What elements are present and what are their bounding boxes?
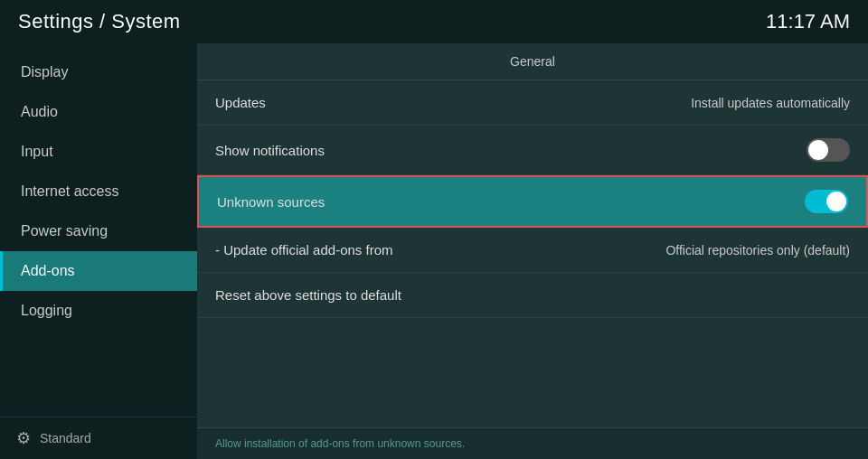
setting-row-unknown-sources[interactable]: Unknown sources (197, 175, 868, 228)
main-footer-hint: Allow installation of add-ons from unkno… (197, 427, 868, 459)
header: Settings / System 11:17 AM (0, 0, 868, 43)
setting-row-updates[interactable]: UpdatesInstall updates automatically (197, 80, 868, 126)
sidebar-item-input[interactable]: Input (0, 132, 197, 172)
settings-list: UpdatesInstall updates automaticallyShow… (197, 80, 868, 427)
layout: DisplayAudioInputInternet accessPower sa… (0, 43, 868, 459)
setting-row-update-official-addons[interactable]: - Update official add-ons fromOfficial r… (197, 228, 868, 273)
sidebar-item-add-ons[interactable]: Add-ons (0, 251, 197, 291)
setting-value-update-official-addons: Official repositories only (default) (665, 243, 850, 258)
setting-value-updates: Install updates automatically (691, 96, 850, 110)
sidebar-item-audio[interactable]: Audio (0, 92, 197, 132)
setting-row-show-notifications[interactable]: Show notifications (197, 126, 868, 175)
gear-icon: ⚙ (16, 428, 31, 448)
sidebar-item-display[interactable]: Display (0, 52, 197, 92)
setting-label-unknown-sources: Unknown sources (217, 194, 325, 210)
sidebar-item-logging[interactable]: Logging (0, 291, 197, 331)
toggle-show-notifications[interactable] (807, 138, 850, 162)
page-title: Settings / System (18, 10, 181, 33)
sidebar-item-internet-access[interactable]: Internet access (0, 172, 197, 211)
sidebar: DisplayAudioInputInternet accessPower sa… (0, 43, 197, 459)
section-header: General (197, 43, 868, 80)
sidebar-item-power-saving[interactable]: Power saving (0, 211, 197, 251)
clock: 11:17 AM (766, 10, 850, 33)
toggle-unknown-sources[interactable] (805, 190, 848, 213)
toggle-knob-show-notifications (808, 140, 828, 160)
toggle-knob-unknown-sources (826, 192, 846, 211)
setting-label-show-notifications: Show notifications (215, 143, 325, 158)
setting-label-reset-settings: Reset above settings to default (215, 287, 401, 303)
main-content: General UpdatesInstall updates automatic… (197, 43, 868, 459)
setting-row-reset-settings[interactable]: Reset above settings to default (197, 273, 868, 318)
sidebar-nav: DisplayAudioInputInternet accessPower sa… (0, 52, 197, 331)
setting-label-updates: Updates (215, 95, 266, 110)
setting-label-update-official-addons: - Update official add-ons from (215, 242, 393, 258)
sidebar-footer-label: Standard (40, 431, 91, 445)
sidebar-footer: ⚙ Standard (0, 417, 197, 459)
